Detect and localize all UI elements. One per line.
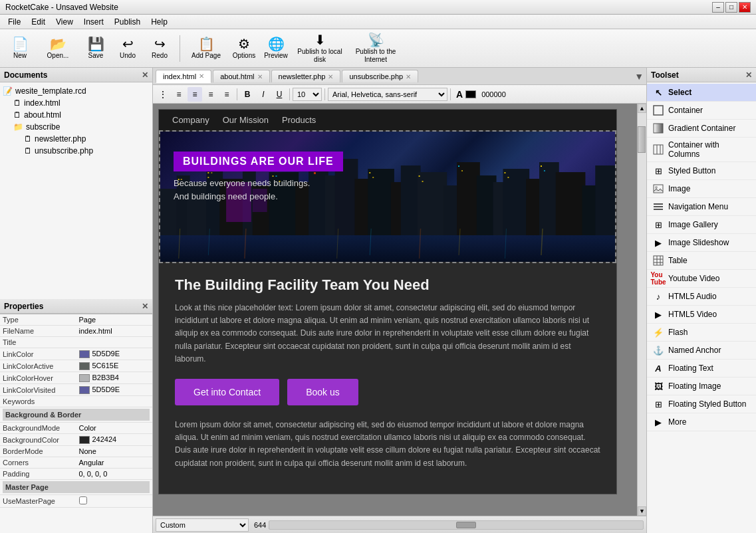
publish-local-button[interactable]: ⬇ Publish to local disk [293, 33, 346, 64]
title-bar-text: RocketCake - Unsaved Website [5, 3, 712, 12]
tab-about[interactable]: about.html ✕ [213, 70, 269, 82]
menu-insert[interactable]: Insert [78, 16, 109, 28]
tab-unsubscribe-close[interactable]: ✕ [406, 73, 411, 80]
linkcolor-swatch[interactable] [79, 350, 90, 358]
tool-select[interactable]: ↖ Select [647, 84, 756, 102]
use-master-page-checkbox[interactable] [79, 496, 87, 504]
tab-unsubscribe[interactable]: unsubscribe.php ✕ [342, 70, 418, 82]
tool-image[interactable]: Image [647, 180, 756, 198]
tool-floating-styled-button[interactable]: ⊞ Floating Styled Button [647, 395, 756, 413]
index-file-icon: 🗒 [13, 98, 21, 108]
book-button[interactable]: Book us [287, 379, 358, 405]
tool-html5-video[interactable]: ▶ HTML5 Video [647, 306, 756, 324]
tool-columns[interactable]: Container with Columns [647, 138, 756, 162]
align-right-button[interactable]: ≡ [203, 87, 218, 102]
nav-mission[interactable]: Our Mission [223, 115, 269, 125]
properties-close[interactable]: ✕ [142, 302, 148, 311]
svg-rect-74 [654, 209, 663, 210]
add-page-button[interactable]: 📋 Add Page [186, 33, 227, 64]
prop-keywords-key: Keywords [0, 396, 76, 407]
tool-image-gallery[interactable]: ⊞ Image Gallery [647, 216, 756, 234]
tool-more[interactable]: ▶ More [647, 413, 756, 431]
tool-table[interactable]: Table [647, 252, 756, 270]
horizontal-scrollbar[interactable] [269, 520, 644, 530]
documents-close[interactable]: ✕ [142, 70, 148, 80]
format-left-btn[interactable]: ⋮ [156, 87, 170, 102]
scroll-down-arrow[interactable]: ▼ [638, 506, 646, 516]
svg-rect-75 [654, 256, 663, 265]
align-left-button[interactable]: ≡ [172, 87, 186, 102]
linkvisited-swatch[interactable] [79, 386, 90, 394]
bold-button[interactable]: B [240, 87, 255, 102]
tree-item-unsubscribe[interactable]: 🗒 unsubscribe.php [24, 145, 150, 157]
horizontal-scrollbar-thumb[interactable] [456, 522, 476, 528]
options-button[interactable]: ⚙ Options [229, 33, 259, 64]
publish-internet-button[interactable]: 📡 Publish to the Internet [349, 33, 402, 64]
close-button[interactable]: ✕ [739, 2, 751, 13]
tool-container[interactable]: Container [647, 102, 756, 120]
tool-styled-button[interactable]: ⊞ Styled Button [647, 162, 756, 180]
menu-edit[interactable]: Edit [26, 16, 51, 28]
nav-company[interactable]: Company [172, 115, 209, 125]
preview-button[interactable]: 🌐 Preview [261, 33, 291, 64]
menu-view[interactable]: View [51, 16, 78, 28]
prop-padding: Padding 0, 0, 0, 0 [0, 469, 152, 480]
open-button[interactable]: 📂 Open... [37, 33, 78, 64]
tool-named-anchor[interactable]: ⚓ Named Anchor [647, 342, 756, 360]
tab-index-close[interactable]: ✕ [199, 72, 204, 80]
canvas-wrapper[interactable]: Company Our Mission Products [153, 104, 637, 516]
italic-button[interactable]: I [256, 87, 271, 102]
toolset-close[interactable]: ✕ [745, 70, 752, 80]
tab-more-button[interactable]: ▼ [634, 71, 644, 82]
menu-help[interactable]: Help [146, 16, 173, 28]
width-preset-select[interactable]: Custom 320 480 640 768 1024 1280 [156, 518, 249, 532]
tool-gradient-container[interactable]: Gradient Container [647, 120, 756, 138]
menu-publish[interactable]: Publish [109, 16, 146, 28]
save-button[interactable]: 💾 Save [81, 33, 110, 64]
tree-item-index[interactable]: 🗒 index.html [13, 97, 150, 109]
tool-floating-image[interactable]: 🖼 Floating Image [647, 377, 756, 395]
tab-index[interactable]: index.html ✕ [156, 70, 211, 83]
tool-flash[interactable]: ⚡ Flash [647, 324, 756, 342]
tab-about-close[interactable]: ✕ [257, 73, 263, 80]
align-center-button[interactable]: ≡ [188, 87, 202, 102]
tree-item-subscribe[interactable]: 📁 subscribe [13, 121, 150, 133]
tool-styled-button-label: Styled Button [668, 166, 715, 175]
container-icon [652, 104, 664, 116]
font-family-select[interactable]: Arial, Helvetica, sans-serif Georgia, se… [328, 88, 447, 101]
html5-video-icon: ▶ [652, 308, 664, 320]
justify-button[interactable]: ≡ [219, 87, 234, 102]
tool-youtube[interactable]: YouTube Youtube Video [647, 270, 756, 288]
linkactive-swatch[interactable] [79, 362, 90, 370]
new-button[interactable]: 📄 New [5, 33, 35, 64]
tool-nav-menu[interactable]: Navigation Menu [647, 198, 756, 216]
contact-button[interactable]: Get into Contact [175, 379, 279, 405]
tree-item-root[interactable]: 📝 wesite_template.rcd [3, 85, 150, 97]
redo-button[interactable]: ↪ Redo [145, 33, 174, 64]
underline-button[interactable]: U [272, 87, 287, 102]
maximize-button[interactable]: □ [725, 2, 737, 13]
tree-item-about[interactable]: 🗒 about.html [13, 109, 150, 121]
linkhover-swatch[interactable] [79, 374, 90, 382]
vertical-scrollbar[interactable]: ▲ ▼ [637, 104, 646, 516]
prop-usemasterpage: UseMasterPage [0, 495, 152, 508]
scroll-up-arrow[interactable]: ▲ [638, 104, 646, 113]
minimize-button[interactable]: – [712, 2, 724, 13]
tab-newsletter[interactable]: newsletter.php ✕ [271, 70, 341, 82]
scroll-track [638, 113, 646, 506]
tool-image-slideshow[interactable]: ▶ Image Slideshow [647, 234, 756, 252]
menu-file[interactable]: File [3, 16, 26, 28]
tool-floating-text[interactable]: A Floating Text [647, 360, 756, 377]
tree-item-newsletter[interactable]: 🗒 newsletter.php [24, 133, 150, 145]
font-color-swatch[interactable] [465, 90, 476, 98]
prop-linkvisited-val: 5D5D9E [76, 384, 153, 396]
tool-html5-audio[interactable]: ♪ HTML5 Audio [647, 288, 756, 306]
scroll-thumb[interactable] [638, 126, 646, 153]
font-size-select[interactable]: 10 891112 141618 [293, 88, 322, 101]
tab-newsletter-close[interactable]: ✕ [328, 73, 333, 80]
prop-corners-key: Corners [0, 457, 76, 469]
bgcolor-swatch[interactable] [79, 436, 90, 444]
svg-rect-73 [654, 206, 663, 207]
nav-products[interactable]: Products [282, 115, 316, 125]
undo-button[interactable]: ↩ Undo [113, 33, 142, 64]
